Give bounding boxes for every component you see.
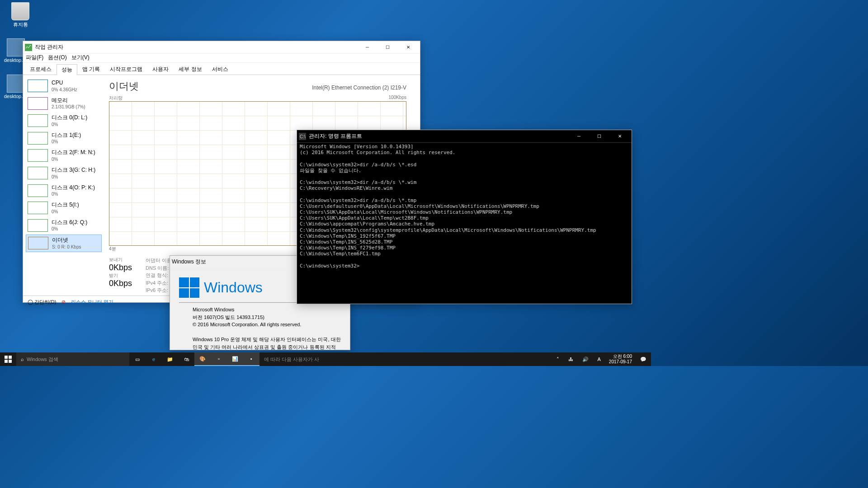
mini-chart bbox=[28, 149, 48, 162]
edge-app[interactable]: e bbox=[146, 352, 162, 366]
task-view-button[interactable]: ▭ bbox=[129, 352, 146, 366]
svg-text:C:\: C:\ bbox=[300, 134, 306, 139]
action-center-icon[interactable]: 💬 bbox=[636, 357, 651, 362]
y-axis-max: 100Kbps bbox=[389, 95, 406, 101]
titlebar[interactable]: C:\ 관리자: 명령 프롬프트 ─ ☐ ✕ bbox=[297, 130, 632, 143]
perf-item-disk[interactable]: 디스크 4(O: P: K:) 0% bbox=[26, 183, 102, 199]
mini-chart bbox=[28, 202, 48, 214]
recv-label: 받기 bbox=[109, 272, 132, 279]
maximize-button[interactable]: ☐ bbox=[589, 130, 609, 143]
winver-copyright: © 2016 Microsoft Corporation. All rights… bbox=[193, 321, 341, 328]
perf-name: 디스크 6(J: Q:) bbox=[52, 219, 87, 226]
cmd-icon: C:\ bbox=[299, 133, 306, 140]
perf-item-disk[interactable]: 디스크 2(F: M: N:) 0% bbox=[26, 147, 102, 164]
titlebar[interactable]: 작업 관리자 ─ ☐ ✕ bbox=[23, 41, 420, 54]
mini-chart bbox=[28, 219, 48, 232]
date: 2017-09-17 bbox=[609, 359, 632, 365]
close-button[interactable]: ✕ bbox=[609, 130, 630, 143]
tab-users[interactable]: 사용자 bbox=[147, 64, 174, 75]
network-icon[interactable]: 🖧 bbox=[564, 357, 578, 362]
adapter-heading: 이더넷 bbox=[109, 80, 139, 93]
tray-chevron-icon[interactable]: ˄ bbox=[552, 357, 564, 362]
perf-name: CPU bbox=[52, 80, 77, 87]
cmd-app[interactable]: ▪ bbox=[243, 352, 259, 366]
explorer-app[interactable]: 📁 bbox=[162, 352, 178, 366]
svg-rect-3 bbox=[5, 356, 8, 359]
tab-bar: 프로세스 성능 앱 기록 시작프로그램 사용자 세부 정보 서비스 bbox=[23, 63, 420, 75]
tab-performance[interactable]: 성능 bbox=[57, 64, 77, 75]
perf-name: 이더넷 bbox=[52, 237, 81, 244]
perf-item-disk[interactable]: 디스크 1(E:) 0% bbox=[26, 130, 102, 147]
mini-chart bbox=[28, 167, 48, 179]
recycle-bin-icon[interactable]: 휴지통 bbox=[5, 2, 36, 28]
perf-value: 0% 4.36GHz bbox=[52, 87, 77, 93]
search-box[interactable]: ⌕ Windows 검색 bbox=[16, 352, 129, 366]
maximize-button[interactable]: ☐ bbox=[377, 41, 398, 54]
window-title: 작업 관리자 bbox=[35, 43, 357, 51]
mini-chart bbox=[28, 97, 48, 110]
perf-value: 0% bbox=[52, 139, 81, 145]
perf-name: 디스크 1(E:) bbox=[52, 132, 81, 139]
minimize-button[interactable]: ─ bbox=[357, 41, 377, 54]
winver-product: Microsoft Windows bbox=[193, 306, 341, 314]
paint-app[interactable]: 🎨 bbox=[194, 352, 211, 366]
performance-sidebar: CPU 0% 4.36GHz 메모리 2.1/31.9GB (7%) 디스크 0… bbox=[23, 75, 104, 296]
mini-chart bbox=[28, 80, 48, 92]
start-button[interactable] bbox=[0, 352, 16, 366]
tab-processes[interactable]: 프로세스 bbox=[25, 64, 57, 75]
fewer-details-button[interactable]: ◯ 간단히(D) bbox=[28, 299, 56, 305]
y-axis-label: 처리량 bbox=[109, 95, 123, 101]
resource-monitor-link[interactable]: 리소스 모니터 열기 bbox=[71, 299, 113, 305]
clock[interactable]: 오전 6:00 2017-09-17 bbox=[605, 354, 636, 365]
tab-startup[interactable]: 시작프로그램 bbox=[105, 64, 147, 75]
volume-icon[interactable]: 🔊 bbox=[578, 357, 593, 362]
close-button[interactable]: ✕ bbox=[398, 41, 418, 54]
perf-item-net[interactable]: 이더넷 S: 0 R: 0 Kbps bbox=[26, 235, 102, 252]
window-title: 관리자: 명령 프롬프트 bbox=[309, 132, 569, 140]
menu-file[interactable]: 파일(F) bbox=[26, 54, 43, 62]
taskbar-hint: 에 따라 다음 사용자가 사 bbox=[259, 352, 324, 366]
tab-app-history[interactable]: 앱 기록 bbox=[77, 64, 105, 75]
menu-view[interactable]: 보기(V) bbox=[71, 54, 90, 62]
file-icon bbox=[7, 38, 25, 56]
perf-name: 디스크 0(D: L:) bbox=[52, 114, 87, 122]
perf-value: 0% bbox=[52, 226, 87, 232]
perf-value: 0% bbox=[52, 209, 79, 215]
tab-services[interactable]: 서비스 bbox=[207, 64, 233, 75]
ime-indicator[interactable]: A bbox=[593, 357, 605, 362]
perf-name: 디스크 3(G: C: H:) bbox=[52, 167, 95, 174]
winver-app[interactable]: ▫ bbox=[211, 352, 227, 366]
perf-item-mem[interactable]: 메모리 2.1/31.9GB (7%) bbox=[26, 95, 102, 112]
perf-value: 0% bbox=[52, 122, 87, 127]
perf-item-disk[interactable]: 디스크 0(D: L:) 0% bbox=[26, 113, 102, 129]
windows-wordmark: Windows bbox=[204, 279, 263, 296]
perf-name: 디스크 2(F: M: N:) bbox=[52, 149, 95, 156]
svg-rect-0 bbox=[25, 44, 32, 51]
perf-name: 디스크 5(I:) bbox=[52, 202, 79, 209]
search-icon: ⌕ bbox=[21, 357, 24, 362]
recv-value: 0Kbps bbox=[109, 279, 132, 288]
svg-rect-5 bbox=[5, 360, 8, 363]
perf-item-disk[interactable]: 디스크 5(I:) 0% bbox=[26, 200, 102, 216]
perf-item-cpu[interactable]: CPU 0% 4.36GHz bbox=[26, 78, 102, 94]
svg-rect-6 bbox=[9, 360, 12, 363]
taskmgr-icon bbox=[25, 44, 32, 51]
perf-item-disk[interactable]: 디스크 3(G: C: H:) 0% bbox=[26, 165, 102, 182]
perf-value: 2.1/31.9GB (7%) bbox=[52, 104, 85, 110]
store-app[interactable]: 🛍 bbox=[178, 352, 194, 366]
svg-rect-4 bbox=[9, 356, 12, 359]
perf-value: S: 0 R: 0 Kbps bbox=[52, 244, 81, 250]
mini-chart bbox=[28, 132, 48, 145]
taskbar: ⌕ Windows 검색 ▭ e 📁 🛍 🎨 ▫ 📊 ▪ 에 따라 다음 사용자… bbox=[0, 352, 651, 366]
mini-chart bbox=[28, 184, 48, 197]
terminal-output[interactable]: Microsoft Windows [Version 10.0.14393] (… bbox=[297, 143, 632, 304]
taskmgr-app[interactable]: 📊 bbox=[227, 352, 243, 366]
minimize-button[interactable]: ─ bbox=[569, 130, 589, 143]
perf-name: 디스크 4(O: P: K:) bbox=[52, 184, 95, 192]
menu-options[interactable]: 옵션(O) bbox=[48, 54, 66, 62]
tab-details[interactable]: 세부 정보 bbox=[174, 64, 207, 75]
icon-label: 휴지통 bbox=[5, 21, 36, 28]
perf-name: 메모리 bbox=[52, 97, 85, 104]
search-placeholder: Windows 검색 bbox=[27, 356, 58, 363]
perf-item-disk[interactable]: 디스크 6(J: Q:) 0% bbox=[26, 217, 102, 234]
